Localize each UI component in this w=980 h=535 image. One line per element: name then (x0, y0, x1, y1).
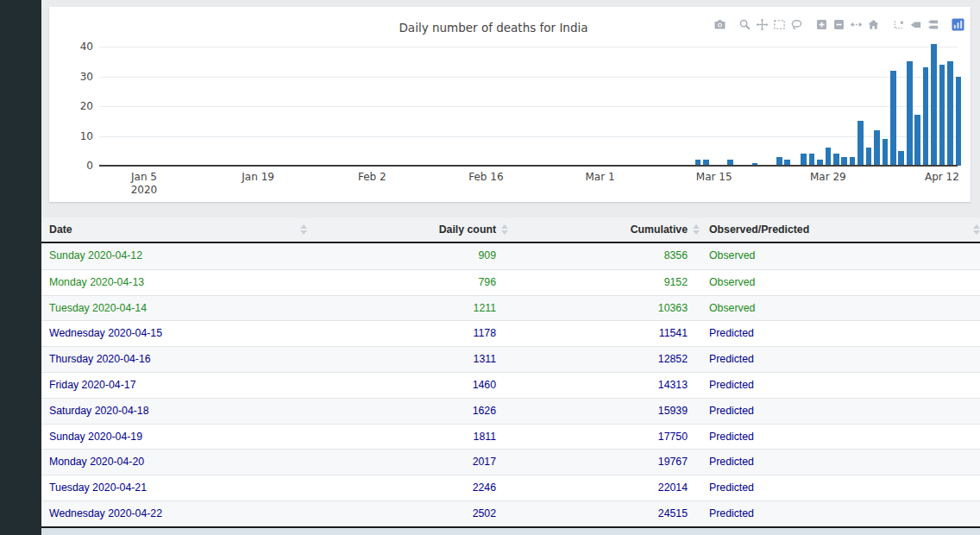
date-cell: Thursday 2020-04-16 (49, 347, 151, 372)
status-cell: Predicted (709, 425, 754, 450)
date-cell: Tuesday 2020-04-14 (49, 296, 147, 321)
date-cell: Wednesday 2020-04-22 (49, 501, 162, 526)
bar[interactable] (883, 139, 889, 166)
daily-count-cell: 2017 (473, 450, 496, 475)
camera-icon[interactable] (713, 17, 727, 32)
bar[interactable] (858, 121, 864, 166)
daily-count-cell: 1626 (473, 399, 496, 424)
date-cell: Sunday 2020-04-19 (49, 425, 142, 450)
daily-count-cell: 1211 (474, 296, 496, 321)
bar[interactable] (809, 154, 815, 166)
sort-icon-observed-predicted[interactable] (973, 224, 980, 235)
table-row[interactable]: Sunday 2020-04-19181117750Predicted (41, 424, 980, 450)
y-tick-label: 0 (65, 160, 93, 172)
x-tick-label: Apr 12 (912, 171, 971, 183)
date-cell: Saturday 2020-04-18 (49, 399, 149, 424)
cumulative-cell: 10363 (658, 296, 688, 321)
hover-closest-icon[interactable] (908, 17, 923, 32)
cumulative-cell: 22014 (658, 475, 688, 500)
table-row[interactable]: Tuesday 2020-04-21224622014Predicted (41, 475, 980, 500)
lasso-icon[interactable] (789, 17, 804, 32)
bar[interactable] (866, 148, 872, 166)
sort-icon-date[interactable] (300, 224, 307, 235)
table-row[interactable]: Sunday 2020-04-129098356Observed (41, 243, 980, 269)
daily-count-cell: 796 (478, 270, 496, 295)
modebar-group (889, 17, 940, 32)
bar[interactable] (923, 67, 929, 166)
status-cell: Observed (709, 296, 755, 321)
bar[interactable] (931, 44, 937, 166)
daily-count-cell: 909 (478, 243, 496, 268)
table-body: Sunday 2020-04-129098356ObservedMonday 2… (41, 243, 980, 526)
cumulative-cell: 17750 (658, 425, 688, 450)
gridline (99, 136, 958, 137)
collapsed-sidebar[interactable] (0, 0, 41, 535)
hover-compare-icon[interactable] (926, 17, 940, 32)
status-cell: Predicted (709, 347, 754, 372)
daily-count-cell: 1311 (474, 347, 496, 372)
date-cell: Sunday 2020-04-12 (49, 243, 142, 268)
bar[interactable] (956, 77, 962, 167)
table-row[interactable]: Saturday 2020-04-18162615939Predicted (41, 398, 980, 424)
box-select-icon[interactable] (772, 17, 787, 32)
toggle-spikelines-icon[interactable] (891, 17, 906, 32)
bar[interactable] (947, 61, 953, 166)
y-tick-label: 10 (65, 130, 93, 142)
cumulative-cell: 12852 (658, 347, 688, 372)
bar[interactable] (907, 61, 913, 166)
status-cell: Observed (709, 243, 755, 268)
bar[interactable] (826, 148, 832, 166)
bar[interactable] (890, 71, 896, 166)
sort-icon-cumulative[interactable] (693, 224, 700, 235)
zoom-icon[interactable] (738, 17, 752, 32)
gridline (99, 47, 958, 47)
bar[interactable] (801, 154, 807, 166)
status-cell: Predicted (709, 321, 754, 346)
x-axis-line (99, 165, 958, 167)
status-cell: Predicted (709, 501, 754, 526)
column-header-daily-count[interactable]: Daily count (439, 217, 496, 242)
y-tick-label: 40 (65, 41, 93, 53)
zoom-in-icon[interactable] (814, 17, 829, 32)
date-cell: Monday 2020-04-13 (49, 270, 144, 295)
date-cell: Wednesday 2020-04-15 (49, 321, 162, 346)
daily-count-cell: 2246 (473, 475, 496, 500)
daily-count-cell: 2502 (473, 501, 496, 526)
pan-icon[interactable] (755, 17, 770, 32)
status-cell: Predicted (709, 475, 754, 500)
column-header-cumulative[interactable]: Cumulative (631, 217, 688, 242)
status-cell: Predicted (709, 399, 754, 424)
table-row[interactable]: Monday 2020-04-20201719767Predicted (41, 449, 980, 475)
column-header-date[interactable]: Date (49, 217, 72, 242)
cumulative-cell: 15939 (658, 399, 688, 424)
x-tick-label: Mar 15 (684, 171, 744, 183)
table-row[interactable]: Wednesday 2020-04-22250224515Predicted (41, 500, 980, 526)
x-tick-label: Feb 2 (342, 171, 402, 183)
plotly-logo-icon[interactable] (951, 17, 965, 32)
column-header-observed-predicted[interactable]: Observed/Predicted (709, 217, 809, 242)
modebar-group (948, 17, 965, 32)
status-cell: Predicted (709, 450, 754, 475)
table-row[interactable]: Thursday 2020-04-16131112852Predicted (41, 346, 980, 372)
bar[interactable] (914, 115, 920, 166)
data-table: Date Daily count Cumulative Observed/Pre… (41, 217, 980, 526)
table-row[interactable]: Friday 2020-04-17146014313Predicted (41, 372, 980, 398)
zoom-out-icon[interactable] (832, 17, 846, 32)
daily-count-cell: 1811 (474, 425, 496, 450)
table-row[interactable]: Tuesday 2020-04-14121110363Observed (41, 295, 980, 321)
table-row[interactable]: Monday 2020-04-137969152Observed (41, 269, 980, 295)
reset-axes-home-icon[interactable] (866, 17, 881, 32)
gridline (99, 106, 958, 107)
x-tick-label: Jan 5 (114, 171, 174, 183)
date-cell: Friday 2020-04-17 (49, 373, 135, 398)
autoscale-icon[interactable] (849, 17, 864, 32)
bar[interactable] (833, 154, 839, 166)
bar[interactable] (898, 151, 904, 166)
bar[interactable] (874, 130, 880, 166)
table-row[interactable]: Wednesday 2020-04-15117811541Predicted (41, 320, 980, 346)
sort-icon-daily-count[interactable] (501, 224, 508, 235)
daily-count-cell: 1178 (474, 321, 496, 346)
bottom-strip (41, 528, 980, 535)
bar[interactable] (939, 65, 945, 166)
cumulative-cell: 14313 (658, 373, 688, 398)
